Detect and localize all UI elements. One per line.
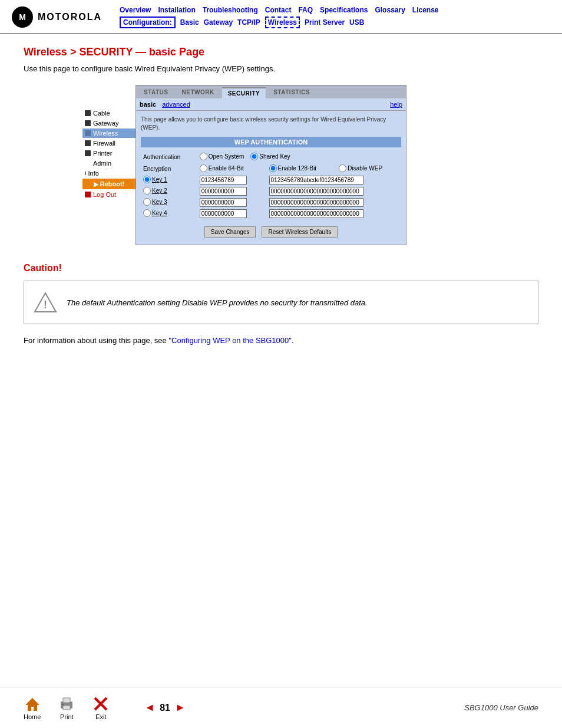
subtab-help[interactable]: help xyxy=(390,101,402,108)
nav-specifications[interactable]: Specifications xyxy=(320,6,368,14)
tab-network[interactable]: NETWORK xyxy=(176,87,220,98)
svg-marker-4 xyxy=(25,698,39,711)
key4-label[interactable]: Key 4 xyxy=(143,209,167,217)
printer-icon xyxy=(85,150,91,156)
subtab-basic[interactable]: basic xyxy=(140,101,156,108)
key3-row: Key 3 xyxy=(141,197,401,208)
panel-description: This page allows you to configure basic … xyxy=(141,116,401,132)
print-label: Print xyxy=(60,713,74,720)
reset-wireless-defaults-button[interactable]: Reset Wireless Defaults xyxy=(262,226,338,238)
page-title: Wireless > SECURITY — basic Page xyxy=(24,46,538,58)
key4-select-radio[interactable] xyxy=(143,209,151,217)
configuring-wep-link[interactable]: Configuring WEP on the SBG1000 xyxy=(171,336,289,345)
key1-short-cell xyxy=(197,174,267,186)
svg-rect-7 xyxy=(63,706,70,710)
key1-long-input[interactable] xyxy=(269,176,363,185)
key1-short-input[interactable] xyxy=(200,176,247,185)
auth-open-system-radio[interactable] xyxy=(200,153,207,160)
subtab-advanced[interactable]: advanced xyxy=(162,101,190,108)
key2-label[interactable]: Key 2 xyxy=(143,187,167,195)
footer-home-button[interactable]: Home xyxy=(24,696,41,720)
sidebar-item-printer[interactable]: Printer xyxy=(82,149,135,158)
sidebar-item-info[interactable]: i Info xyxy=(82,169,135,178)
key3-radio-cell: Key 3 xyxy=(141,197,197,208)
caution-text: The default Authentication setting Disab… xyxy=(67,298,368,307)
nav-usb[interactable]: USB xyxy=(349,18,364,27)
enc-option-64: Enable 64-Bit xyxy=(197,163,267,174)
enc-disable-label[interactable]: Disable WEP xyxy=(339,164,382,172)
logo-area: M MOTOROLA xyxy=(12,6,102,28)
key4-short-input[interactable] xyxy=(200,209,247,218)
prev-page-button[interactable]: ◄ xyxy=(144,701,155,714)
auth-shared-key-radio[interactable] xyxy=(250,153,258,160)
tab-security[interactable]: SECURITY xyxy=(222,87,266,98)
enc-disable-radio[interactable] xyxy=(339,164,346,172)
sidebar-item-wireless[interactable]: Wireless xyxy=(82,129,135,138)
nav-area: Overview Installation Troubleshooting Co… xyxy=(120,6,439,28)
key3-select-radio[interactable] xyxy=(143,198,151,206)
key4-short-cell xyxy=(197,208,267,219)
sidebar-nav: Cable Gateway Wireless Firewall Printer … xyxy=(82,108,135,245)
sidebar-label-logout: Log Out xyxy=(93,191,116,198)
key1-long-cell xyxy=(267,174,401,186)
btn-row: Save Changes Reset Wireless Defaults xyxy=(141,224,401,240)
auth-open-system-label[interactable]: Open System xyxy=(200,153,244,160)
nav-print-server[interactable]: Print Server xyxy=(305,18,345,27)
sidebar-item-reboot[interactable]: ▶ Reboot! xyxy=(82,179,135,189)
sidebar-item-cable[interactable]: Cable xyxy=(82,108,135,118)
enc-128-radio[interactable] xyxy=(269,164,277,172)
key2-select-radio[interactable] xyxy=(143,187,151,195)
wep-section: WEP AUTHENTICATION Authentication Open S… xyxy=(141,137,401,240)
key2-long-input[interactable] xyxy=(269,187,363,196)
key1-label[interactable]: Key 1 xyxy=(143,176,167,183)
config-label: Configuration: xyxy=(120,17,176,28)
key3-label[interactable]: Key 3 xyxy=(143,198,167,206)
header: M MOTOROLA Overview Installation Trouble… xyxy=(0,0,562,34)
next-page-button[interactable]: ► xyxy=(175,701,186,714)
enc-option-disable: Disable WEP xyxy=(336,163,401,174)
nav-tcpip[interactable]: TCP/IP xyxy=(237,18,260,27)
key3-long-cell xyxy=(267,197,401,208)
tab-status[interactable]: STATUS xyxy=(138,87,174,98)
tab-statistics[interactable]: STATISTICS xyxy=(267,87,316,98)
key3-short-input[interactable] xyxy=(200,198,247,207)
nav-glossary[interactable]: Glossary xyxy=(375,6,405,14)
sidebar-item-logout[interactable]: ✕ Log Out xyxy=(82,190,135,199)
auth-row: Authentication Open System Shared Key xyxy=(141,151,401,163)
nav-installation[interactable]: Installation xyxy=(158,6,195,14)
sidebar-label-reboot: Reboot! xyxy=(100,180,125,187)
sidebar-label-cable: Cable xyxy=(93,110,110,117)
sidebar-label-wireless: Wireless xyxy=(93,130,118,137)
key1-row: Key 1 xyxy=(141,174,401,186)
nav-gateway[interactable]: Gateway xyxy=(204,18,233,27)
key3-long-input[interactable] xyxy=(269,198,363,207)
key2-short-cell xyxy=(197,186,267,197)
sidebar-item-firewall[interactable]: Firewall xyxy=(82,139,135,148)
key1-select-radio[interactable] xyxy=(143,176,151,183)
key4-long-input[interactable] xyxy=(269,209,363,218)
svg-text:!: ! xyxy=(44,299,47,311)
nav-troubleshooting[interactable]: Troubleshooting xyxy=(203,6,258,14)
sub-tab-bar: basic advanced help xyxy=(136,98,406,111)
enc-64-radio[interactable] xyxy=(200,164,207,172)
enc-header-row: Encryption Enable 64-Bit Enable 128-Bit xyxy=(141,163,401,174)
key2-short-input[interactable] xyxy=(200,187,247,196)
auth-shared-key-label[interactable]: Shared Key xyxy=(250,153,290,160)
footer-print-button[interactable]: Print xyxy=(58,696,75,720)
footer-exit-button[interactable]: Exit xyxy=(92,696,109,720)
sidebar-item-admin[interactable]: Admin xyxy=(82,159,135,168)
nav-faq[interactable]: FAQ xyxy=(298,6,313,14)
nav-license[interactable]: License xyxy=(412,6,439,14)
save-changes-button[interactable]: Save Changes xyxy=(204,226,256,238)
nav-overview[interactable]: Overview xyxy=(120,6,151,14)
nav-wireless[interactable]: Wireless xyxy=(265,17,300,28)
enc-64-label[interactable]: Enable 64-Bit xyxy=(200,164,244,172)
footer-nav: Home Print Exit xyxy=(24,696,109,720)
sidebar-label-printer: Printer xyxy=(93,150,112,157)
svg-text:M: M xyxy=(19,12,26,22)
nav-contact[interactable]: Contact xyxy=(265,6,292,14)
sidebar-item-gateway[interactable]: Gateway xyxy=(82,118,135,128)
nav-basic[interactable]: Basic xyxy=(180,18,199,27)
firewall-icon xyxy=(85,140,91,146)
enc-128-label[interactable]: Enable 128-Bit xyxy=(269,164,317,172)
